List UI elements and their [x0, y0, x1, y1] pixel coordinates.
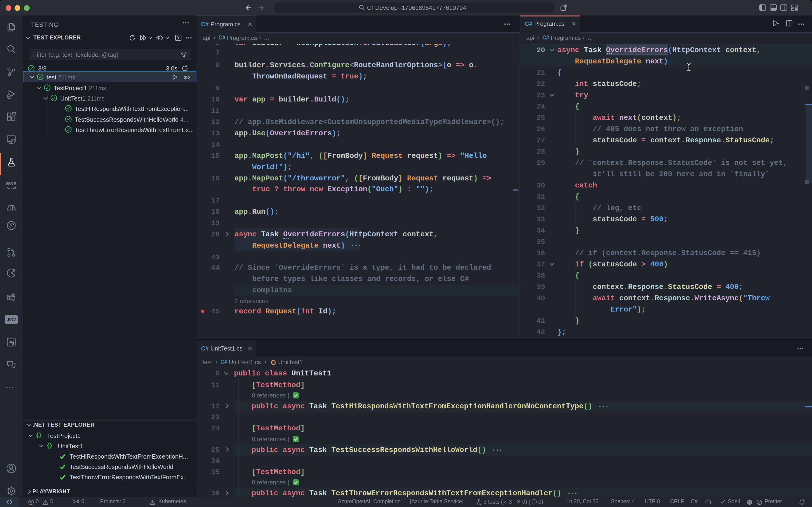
svg-text:C#: C#: [748, 501, 751, 504]
